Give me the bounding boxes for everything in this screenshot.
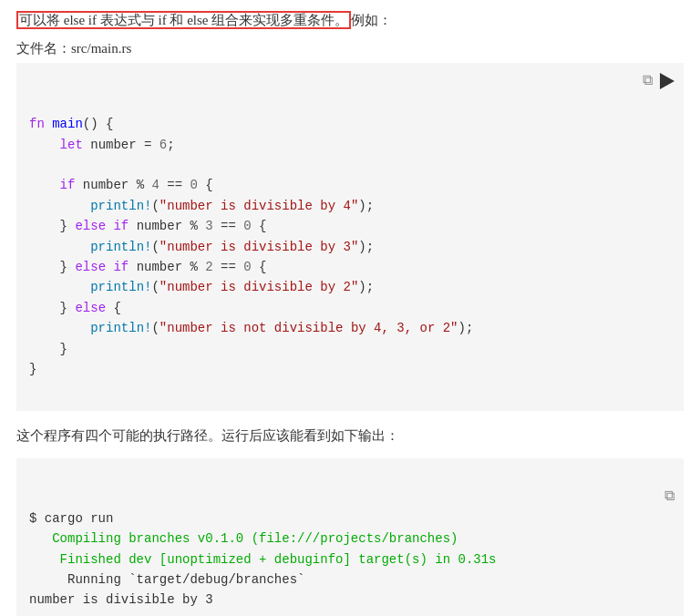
intro-paragraph: 可以将 else if 表达式与 if 和 else 组合来实现多重条件。例如： (16, 9, 684, 33)
copy-icon-2[interactable]: ⧉ (664, 488, 674, 505)
code-block-1: ⧉ fn main() { let number = 6; if number … (16, 63, 684, 411)
fn-main: main (52, 117, 83, 131)
file-label: 文件名：src/main.rs (16, 40, 684, 57)
kw-fn: fn (29, 117, 45, 131)
intro-suffix: 例如： (351, 13, 392, 27)
kw-let: let (60, 138, 83, 152)
kw-if-1: if (60, 178, 76, 192)
intro-highlighted-text: 可以将 else if 表达式与 if 和 else 组合来实现多重条件。 (16, 11, 351, 29)
code-icons-1: ⧉ (643, 70, 674, 94)
terminal-block: ⧉ $ cargo run Compiling branches v0.1.0 … (16, 458, 684, 616)
terminal-copy-icon: ⧉ (619, 466, 674, 529)
middle-text: 这个程序有四个可能的执行路径。运行后应该能看到如下输出： (16, 424, 684, 447)
copy-icon[interactable]: ⧉ (643, 70, 653, 94)
play-icon[interactable] (660, 73, 674, 89)
